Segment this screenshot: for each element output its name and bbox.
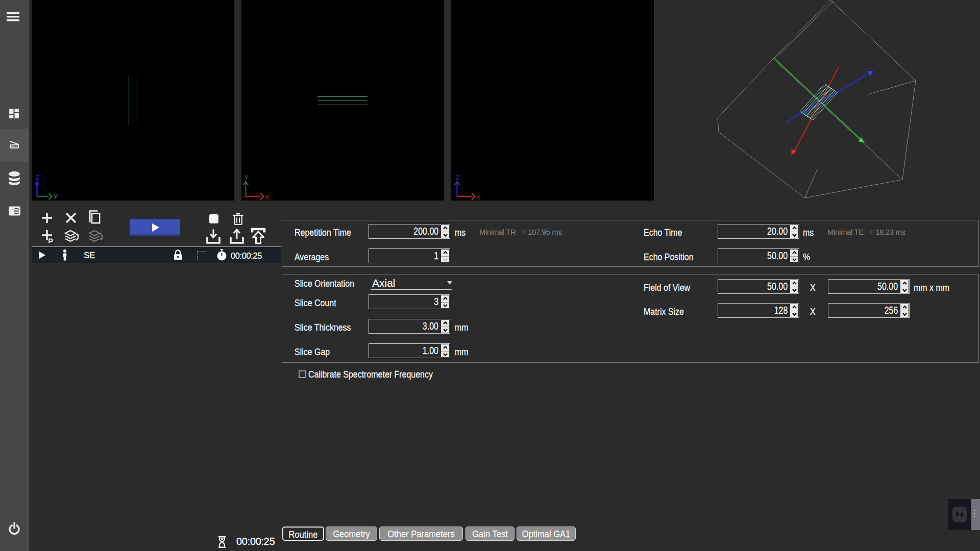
svg-text:X: X — [476, 193, 481, 201]
svg-text:Z: Z — [456, 174, 460, 181]
svg-text:Y: Y — [244, 174, 249, 181]
svg-text:Z: Z — [36, 174, 40, 181]
svg-text:Y: Y — [54, 193, 58, 201]
svg-text:X: X — [265, 193, 270, 201]
